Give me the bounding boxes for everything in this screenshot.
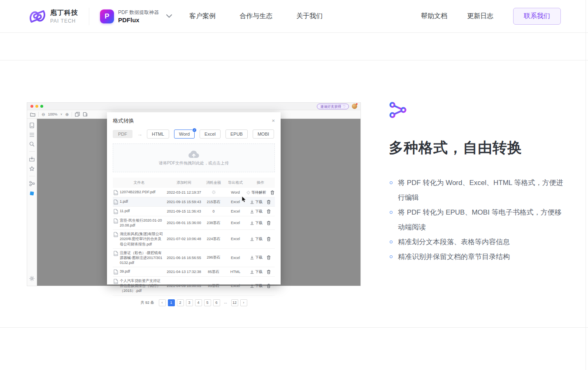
file-name-cell: PDF12074B22B2.PDF.pdf — [113, 190, 165, 195]
minimize-window-dot[interactable] — [35, 105, 38, 108]
download-icon — [250, 284, 254, 288]
download-button[interactable]: 下载 — [250, 209, 263, 214]
zoom-in-icon[interactable]: ⊕ — [65, 112, 69, 117]
file-action-cell: 下载 — [246, 255, 275, 260]
zoom-dropdown-icon[interactable]: ∨ — [60, 113, 62, 116]
file-name: 注册证（彩色）-腹腔镜有源器械-图标注进2017/3010132.pdf — [120, 250, 164, 265]
file-amount-cell: 296墨石 — [202, 255, 225, 260]
company-logo: 庖丁科技 PAI TECH — [29, 9, 78, 24]
page-button-4[interactable]: 4 — [195, 299, 202, 306]
feature-copy: 多种格式，自由转换 将 PDF 转化为 Word、Excel、HTML 等格式，… — [389, 102, 568, 264]
close-icon[interactable]: × — [272, 118, 275, 123]
product-selector[interactable]: P PDF 数据提取神器 PDFlux — [100, 9, 172, 23]
download-button[interactable]: 下载 — [250, 199, 263, 205]
pdf-file-icon: PDF — [114, 251, 118, 256]
file-name-cell: PDF湖北鼓风机(集团)有限公司2020年度经审计的合并及母公司财务报告.pdf — [113, 231, 165, 246]
pdf-file-icon: PDF — [114, 269, 118, 275]
delete-trash-icon[interactable] — [267, 270, 271, 274]
nav-item-2[interactable]: 关于我们 — [296, 12, 323, 21]
page-button-1[interactable]: 1 — [168, 299, 175, 306]
star-icon[interactable] — [29, 166, 35, 171]
secondary-link-0[interactable]: 帮助文档 — [421, 12, 447, 21]
app-titlebar: 邀请好友获得 ♡ — [27, 103, 360, 110]
file-amount-cell: 95墨石 — [202, 283, 225, 289]
settings-gear-icon[interactable] — [29, 276, 35, 281]
table-header: 文件名添加时间消耗金额导出格式操作 — [113, 178, 275, 188]
download-button[interactable]: 下载 — [250, 255, 263, 260]
company-name: 庖丁科技 — [50, 9, 78, 17]
format-button-mobi[interactable]: MOBI — [253, 130, 274, 139]
close-window-dot[interactable] — [30, 105, 33, 108]
format-button-excel[interactable]: Excel — [200, 130, 221, 139]
page-button-3[interactable]: 3 — [186, 299, 193, 306]
delete-trash-icon[interactable] — [270, 190, 274, 195]
pdf-file-icon: PDF — [114, 232, 118, 237]
user-avatar[interactable] — [352, 104, 357, 109]
page-button-6[interactable]: 6 — [213, 299, 220, 306]
format-button-epub[interactable]: EPUB — [225, 130, 248, 139]
outline-icon[interactable] — [29, 133, 35, 137]
arrow-right-icon: → — [137, 131, 142, 137]
svg-text:PDF: PDF — [114, 212, 118, 214]
feature-bullet: 精准划分文本段落、表格等内容信息 — [389, 235, 568, 250]
download-icon — [250, 210, 254, 213]
invite-badge[interactable]: 邀请好友获得 ♡ — [317, 104, 349, 109]
upload-dropzone[interactable]: 请将PDF文件拖拽到此处，或点击上传 — [113, 143, 275, 172]
source-format-chip: PDF — [113, 130, 132, 138]
file-row: PDF39.pdf2021-04-13 17:32:3885墨石HTML下载 — [113, 267, 275, 277]
convert-icon[interactable] — [29, 181, 35, 186]
mouse-cursor — [242, 196, 247, 203]
page-button-2[interactable]: 2 — [177, 299, 184, 306]
pages-icon[interactable] — [29, 123, 35, 128]
format-button-html[interactable]: HTML — [147, 130, 169, 139]
cloud-upload-icon — [188, 150, 200, 158]
delete-trash-icon[interactable] — [267, 255, 271, 260]
download-button[interactable]: 下载 — [250, 269, 263, 275]
nav-item-0[interactable]: 客户案例 — [189, 12, 216, 21]
search-icon[interactable] — [29, 141, 35, 147]
delete-trash-icon[interactable] — [267, 284, 271, 288]
nav-item-1[interactable]: 合作与生态 — [239, 12, 272, 21]
plugin-cube-icon[interactable] — [29, 191, 35, 196]
gift-icon: ♡ — [342, 104, 346, 109]
file-action-cell: 下载 — [246, 199, 275, 205]
delete-trash-icon[interactable] — [267, 237, 271, 241]
delete-trash-icon[interactable] — [267, 200, 271, 204]
download-button[interactable]: 下载 — [250, 220, 263, 226]
page-button-12[interactable]: 12 — [231, 299, 238, 306]
action-label: 下载 — [255, 220, 263, 226]
contact-us-button[interactable]: 联系我们 — [513, 8, 561, 25]
prev-page-button[interactable]: ‹ — [159, 299, 166, 306]
main-nav: 客户案例合作与生态关于我们 — [189, 12, 323, 21]
export-box-icon[interactable] — [29, 156, 35, 162]
zoom-out-icon[interactable]: ⊖ — [42, 112, 45, 117]
file-time-cell: 2021-08-01 15:36:00 — [165, 221, 202, 225]
file-amount-cell: 215墨石 — [202, 199, 225, 205]
feature-section: 邀请好友获得 ♡ ⊖ 100% ∨ ⊕ — [0, 60, 588, 328]
delete-trash-icon[interactable] — [267, 221, 271, 225]
download-button[interactable]: 下载 — [250, 283, 263, 289]
secondary-link-1[interactable]: 更新日志 — [467, 12, 493, 21]
pagination: 共 92 条 ‹123456...12› — [113, 299, 275, 306]
file-name: 12074B22B2.PDF.pdf — [120, 190, 156, 194]
total-count: 共 92 条 — [140, 300, 154, 305]
company-name-en: PAI TECH — [50, 18, 78, 24]
format-button-word[interactable]: Word✓ — [174, 130, 195, 139]
file-action-cell: 下载 — [246, 283, 275, 289]
file-action-cell: 下载 — [246, 220, 275, 226]
page-button-5[interactable]: 5 — [204, 299, 211, 306]
window-controls[interactable] — [30, 105, 43, 108]
next-page-button[interactable]: › — [240, 299, 247, 306]
delete-trash-icon[interactable] — [267, 209, 271, 214]
copy-icon[interactable] — [75, 112, 80, 117]
download-button[interactable]: 下载 — [250, 236, 263, 242]
column-header: 添加时间 — [165, 180, 202, 185]
file-name: 39.pdf — [120, 269, 130, 274]
open-folder-icon[interactable] — [30, 112, 35, 117]
download-icon — [250, 221, 254, 225]
paitech-logo-icon — [29, 9, 46, 24]
maximize-window-dot[interactable] — [40, 105, 43, 108]
copy-page-icon[interactable] — [83, 112, 88, 117]
loading-spinner-icon — [212, 190, 216, 194]
svg-text:PDF: PDF — [114, 193, 118, 195]
